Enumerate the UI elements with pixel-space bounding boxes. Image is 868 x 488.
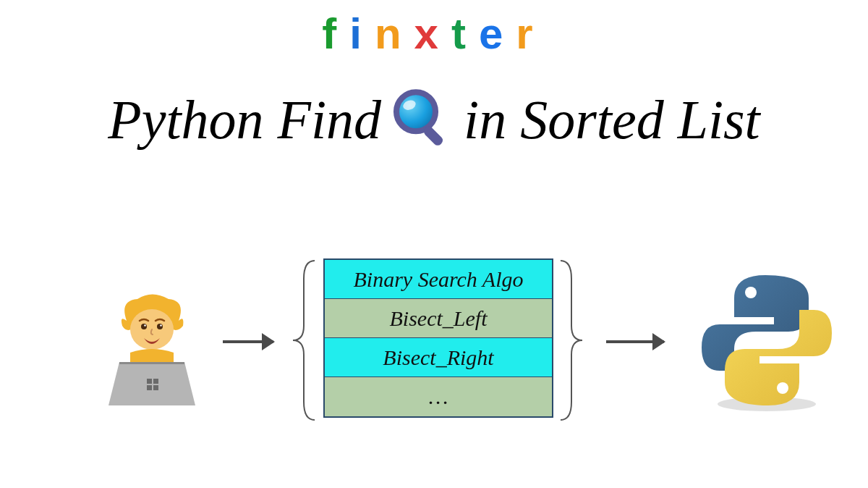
svg-rect-10 bbox=[147, 385, 152, 390]
finxter-logo: finxter bbox=[322, 9, 545, 59]
magnifier-icon bbox=[390, 87, 455, 152]
svg-rect-9 bbox=[153, 379, 158, 384]
logo-letter: n bbox=[375, 9, 414, 59]
svg-point-14 bbox=[777, 382, 788, 394]
method-row: Binary Search Algo bbox=[325, 260, 552, 299]
method-row: Bisect_Right bbox=[325, 338, 552, 377]
logo-letter: f bbox=[322, 9, 349, 59]
arrow-icon bbox=[223, 340, 273, 343]
svg-point-5 bbox=[157, 324, 163, 329]
svg-rect-8 bbox=[147, 379, 152, 384]
logo-letter: t bbox=[451, 9, 479, 59]
method-row: … bbox=[325, 377, 552, 416]
programmer-icon bbox=[98, 293, 206, 409]
logo-letter: x bbox=[414, 9, 451, 59]
brace-right-icon bbox=[557, 257, 586, 424]
methods-box: Binary Search AlgoBisect_LeftBisect_Righ… bbox=[323, 258, 553, 418]
title-left: Python Find bbox=[108, 88, 381, 151]
arrow-icon bbox=[606, 340, 664, 343]
logo-letter: r bbox=[516, 9, 545, 59]
svg-point-7 bbox=[160, 324, 162, 327]
method-row: Bisect_Left bbox=[325, 299, 552, 338]
brace-left-icon bbox=[289, 257, 318, 424]
title-right: in Sorted List bbox=[464, 88, 760, 151]
diagram: Binary Search AlgoBisect_LeftBisect_Righ… bbox=[0, 253, 868, 471]
logo-letter: e bbox=[479, 9, 516, 59]
svg-point-6 bbox=[144, 324, 146, 327]
page-title: Python Find in Sorted List bbox=[0, 87, 868, 152]
svg-point-13 bbox=[745, 287, 757, 298]
svg-point-4 bbox=[141, 324, 147, 329]
svg-point-0 bbox=[396, 92, 435, 131]
python-logo-icon bbox=[694, 268, 839, 413]
svg-rect-11 bbox=[153, 385, 158, 390]
logo-letter: i bbox=[349, 9, 375, 59]
